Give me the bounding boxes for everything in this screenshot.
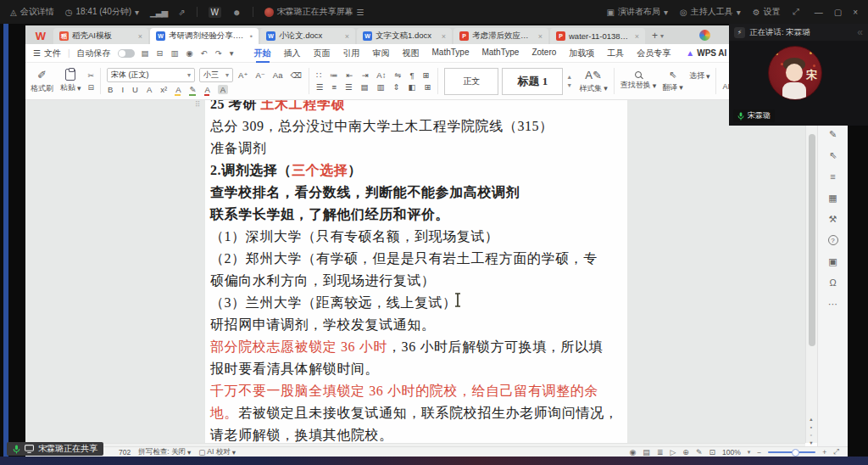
- wps-logo[interactable]: W: [28, 27, 53, 44]
- document-line[interactable]: 部分院校志愿被锁定 36 小时，36 小时后解锁方可换填，所以填: [210, 336, 570, 358]
- fullscreen-toggle-icon[interactable]: ⤢: [833, 447, 839, 457]
- tab-close-icon[interactable]: ×: [345, 32, 349, 41]
- tab-list-icon[interactable]: ▾: [660, 32, 664, 40]
- align-center-icon[interactable]: ≡: [331, 82, 337, 92]
- superscript-button[interactable]: x²: [159, 85, 168, 94]
- video-tile[interactable]: 宋 宋霖璐: [729, 41, 868, 126]
- account-sync-icon[interactable]: [699, 30, 710, 41]
- annotate-pen-icon[interactable]: ✎: [829, 129, 837, 139]
- output-icon[interactable]: ⊟: [157, 48, 164, 58]
- zoom-menu-icon[interactable]: ▾: [748, 449, 751, 456]
- document-tab[interactable]: W小论文.docx×: [260, 28, 355, 44]
- more-commands-icon[interactable]: ▾: [230, 48, 234, 58]
- document-line[interactable]: 报时要看清具体解锁时间。: [210, 358, 570, 380]
- document-line[interactable]: 2.调剂选择（三个选择）: [210, 160, 570, 182]
- tools-icon[interactable]: ⚒: [829, 214, 837, 224]
- more-tools-icon[interactable]: ⋯: [828, 299, 837, 309]
- menu-tab-引用[interactable]: 引用: [338, 46, 365, 61]
- print-preview-icon[interactable]: ◉: [186, 48, 193, 58]
- select-button[interactable]: ⇖ 翻译▾: [662, 65, 683, 97]
- redo-icon[interactable]: ↷: [215, 48, 222, 58]
- help-icon[interactable]: ?: [828, 235, 838, 245]
- shared-app-icon[interactable]: W: [209, 7, 221, 18]
- menu-tab-插入[interactable]: 插入: [279, 46, 306, 61]
- document-tab[interactable]: W文字文稿1.docx×: [357, 28, 452, 44]
- pen-color-button[interactable]: ✎: [189, 85, 198, 94]
- close-button[interactable]: ×: [853, 8, 858, 17]
- text-effects-icon[interactable]: Aa: [272, 70, 284, 80]
- paragraph-drag-handle[interactable]: ⠿: [195, 100, 201, 109]
- zoom-slider[interactable]: [768, 451, 815, 453]
- document-line[interactable]: 千万不要一股脑全填锁定 36 小时的院校，给自己留有调整的余: [210, 380, 570, 402]
- bullet-list-icon[interactable]: ∷: [315, 70, 322, 80]
- web-view-icon[interactable]: ⊕: [682, 448, 689, 457]
- clear-format-icon[interactable]: ⌫: [289, 70, 302, 80]
- share-export-icon[interactable]: ⇗: [178, 8, 185, 17]
- highlight-color-button[interactable]: A: [175, 85, 181, 94]
- fullscreen-icon[interactable]: ⤢: [793, 7, 799, 17]
- show-marks-icon[interactable]: ⊞: [422, 70, 431, 80]
- menu-tab-工具[interactable]: 工具: [602, 46, 629, 61]
- paste-button[interactable]: 粘贴▾: [60, 69, 81, 93]
- wps-ai-button[interactable]: ▲ WPS AI: [686, 48, 726, 58]
- document-line[interactable]: （3）兰州大学（距离较远，线上复试）: [210, 292, 570, 314]
- italic-button[interactable]: I: [120, 85, 125, 94]
- menu-tab-开始[interactable]: 开始: [249, 46, 276, 61]
- undo-icon[interactable]: ↶: [201, 48, 208, 58]
- menu-tab-加载项[interactable]: 加载项: [564, 46, 599, 61]
- host-tools-button[interactable]: ◎ 主持人工具 ▾: [680, 6, 741, 18]
- autosave-toggle[interactable]: [118, 49, 135, 58]
- justify-icon[interactable]: ▤: [359, 82, 369, 92]
- strikethrough-button[interactable]: A: [146, 85, 153, 94]
- select-cursor-icon[interactable]: ⇖: [829, 150, 837, 160]
- adjust-sliders-icon[interactable]: ≡: [830, 171, 835, 182]
- edit-mode-icon[interactable]: ✎: [696, 448, 703, 457]
- zoom-out-button[interactable]: −: [757, 448, 761, 457]
- style-gallery-up-icon[interactable]: ▲: [566, 74, 572, 80]
- menu-tab-视图[interactable]: 视图: [398, 46, 425, 61]
- style-set-button[interactable]: A✎ 样式集▾: [579, 69, 608, 94]
- scrollbar-thumb[interactable]: [809, 134, 815, 346]
- tab-close-icon[interactable]: ×: [538, 32, 542, 41]
- select-menu[interactable]: 选择▾: [689, 64, 710, 97]
- document-tab[interactable]: Pwater-11-01385 (2).pdf×: [550, 28, 645, 44]
- menu-tab-Zotero[interactable]: Zotero: [526, 46, 561, 61]
- menu-tab-审阅[interactable]: 审阅: [368, 46, 395, 61]
- format-painter-button[interactable]: ✐ 格式刷: [31, 69, 53, 94]
- spellcheck-status[interactable]: 拼写检查: 关闭 ▾: [138, 447, 191, 457]
- char-shading-button[interactable]: A: [218, 85, 228, 94]
- document-line[interactable]: （1）深圳大学（只有专硕名额，到现场复试）: [210, 226, 570, 248]
- menu-tab-页面[interactable]: 页面: [309, 46, 336, 61]
- align-left-icon[interactable]: ☰: [315, 82, 325, 92]
- prev-page-icon[interactable]: ▪: [810, 424, 812, 430]
- tab-close-icon[interactable]: ×: [138, 32, 142, 41]
- font-size-select[interactable]: 小三▾: [199, 68, 233, 82]
- meeting-timer[interactable]: ◷ 18:41 (40分钟) ▾: [65, 6, 139, 18]
- new-tab-button[interactable]: +: [652, 30, 658, 42]
- find-replace-button[interactable]: 查找替换▾: [620, 65, 657, 97]
- shading-icon[interactable]: ◧: [407, 82, 416, 92]
- document-line[interactable]: 准备调剂: [210, 137, 570, 160]
- page-view-icon[interactable]: ▤: [643, 448, 650, 457]
- shrink-font-icon[interactable]: A⁻: [254, 70, 265, 80]
- document-line[interactable]: 联系学长学姐，了解他们经历和评价。: [210, 204, 570, 226]
- scroll-down-icon[interactable]: ▾: [810, 440, 812, 446]
- document-tab[interactable]: W考研调剂经验分享.docx•: [150, 28, 259, 44]
- scroll-up-icon[interactable]: ▴: [810, 416, 812, 423]
- document-tab[interactable]: P考虑滞后效应与吸附作用的×: [453, 28, 548, 44]
- style-heading1[interactable]: 标题 1: [502, 68, 563, 95]
- document-line[interactable]: 25 考研 土木工程学硕: [210, 100, 570, 115]
- speaker-layout-button[interactable]: ▣ 演讲者布局 ▾: [606, 6, 667, 18]
- grow-font-icon[interactable]: A⁺: [237, 70, 248, 80]
- document-area[interactable]: ⠿ 25 考研 土木工程学硕总分 309，总分没过中南大学土木工程学院院线（31…: [25, 100, 805, 443]
- meeting-details-button[interactable]: ◬ 会议详情: [10, 6, 54, 18]
- zoom-in-button[interactable]: +: [822, 448, 826, 457]
- select-browse-icon[interactable]: ▫: [810, 432, 812, 438]
- align-right-icon[interactable]: ☰: [344, 82, 353, 92]
- vertical-scrollbar[interactable]: [805, 100, 817, 443]
- members-icon[interactable]: ☻: [232, 8, 242, 17]
- document-line[interactable]: 总分 309，总分没过中南大学土木工程学院院线（315）: [210, 115, 570, 137]
- word-count[interactable]: 702: [119, 448, 131, 457]
- document-line[interactable]: 请老师解锁，换填其他院校。: [210, 424, 570, 443]
- document-page[interactable]: 25 考研 土木工程学硕总分 309，总分没过中南大学土木工程学院院线（315）…: [205, 100, 627, 443]
